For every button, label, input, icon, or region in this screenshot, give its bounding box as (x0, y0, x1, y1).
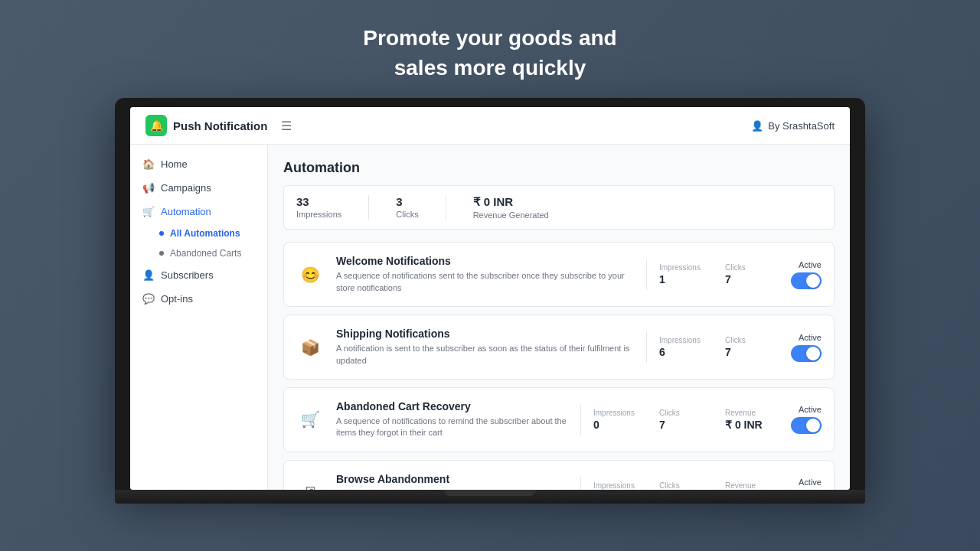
inactive-dot (159, 251, 164, 256)
welcome-active-label: Active (799, 260, 822, 269)
stat-impressions: 33 Impressions (296, 195, 341, 220)
subscribers-icon: 👤 (142, 269, 155, 281)
app-header: 🔔 Push Notification ☰ 👤 By SrashtaSoft (130, 107, 850, 145)
cart-impressions: Impressions 0 (593, 409, 647, 431)
welcome-active-area: Active (791, 260, 822, 289)
stat-divider-2 (446, 195, 446, 220)
cart-active-label: Active (799, 405, 822, 414)
revenue-value: ₹ 0 INR (473, 195, 549, 209)
stat-divider-1 (368, 195, 369, 220)
impressions-value: 33 (296, 195, 341, 208)
shipping-active-label: Active (799, 333, 822, 342)
sidebar-item-optins-label: Opt-ins (161, 293, 193, 305)
laptop-base (115, 490, 865, 504)
impressions-label: Impressions (296, 210, 341, 219)
optins-icon: 💬 (142, 293, 155, 305)
shipping-impressions: Impressions 6 (659, 336, 713, 358)
app-body: 🏠 Home 📢 Campaigns 🛒 Automation (130, 145, 850, 490)
shipping-toggle[interactable] (791, 345, 822, 362)
sidebar-item-subscribers[interactable]: 👤 Subscribers (130, 263, 267, 287)
sidebar-item-campaigns-label: Campaigns (161, 182, 211, 194)
sidebar-item-home-label: Home (161, 158, 188, 170)
revenue-label: Revenue Generated (473, 210, 549, 220)
card-welcome[interactable]: 😊 Welcome Notifications A sequence of no… (283, 242, 835, 307)
abandoned-carts-label: Abandoned Carts (170, 248, 241, 259)
shipping-icon: 📦 (296, 334, 324, 361)
app-logo-area: 🔔 Push Notification ☰ (145, 115, 292, 136)
header-right: 👤 By SrashtaSoft (751, 120, 835, 132)
page-headline: Promote your goods and sales more quickl… (363, 23, 616, 83)
card-divider-w1 (646, 259, 647, 290)
main-content: Automation 33 Impressions 3 Clicks (268, 145, 850, 490)
cart-revenue: Revenue ₹ 0 INR (725, 409, 779, 431)
sidebar-item-automation-label: Automation (161, 206, 211, 217)
card-divider-b1 (580, 477, 581, 490)
cart-title: Abandoned Cart Recovery (336, 400, 568, 412)
browse-revenue: Revenue ₹ 0 INR (725, 481, 779, 491)
browse-clicks: Clicks 7 (659, 481, 713, 491)
card-divider-s1 (646, 332, 647, 363)
welcome-toggle[interactable] (791, 272, 822, 289)
card-divider-c1 (580, 404, 581, 435)
shipping-active-area: Active (791, 333, 822, 362)
hamburger-icon[interactable]: ☰ (281, 119, 292, 133)
shipping-title: Shipping Notifications (336, 328, 634, 340)
all-automations-label: All Automations (170, 228, 240, 239)
browse-info: Browse Abandonment A sequence of notific… (336, 473, 568, 491)
card-shipping[interactable]: 📦 Shipping Notifications A notification … (283, 315, 835, 380)
automation-icon: 🛒 (142, 206, 155, 217)
sidebar-item-subscribers-label: Subscribers (161, 269, 214, 281)
browse-impressions: Impressions 0 (593, 481, 647, 491)
by-label: By SrashtaSoft (768, 120, 835, 132)
browse-title: Browse Abandonment (336, 473, 568, 485)
cart-desc: A sequence of notifications to remind th… (336, 416, 568, 439)
active-dot (159, 231, 164, 236)
welcome-clicks: Clicks 7 (725, 263, 779, 285)
sidebar-sub-item-all-automations[interactable]: All Automations (130, 223, 267, 243)
stat-clicks: 3 Clicks (396, 195, 418, 220)
shipping-info: Shipping Notifications A notification is… (336, 328, 634, 367)
laptop-bezel: 🔔 Push Notification ☰ 👤 By SrashtaSoft 🏠… (115, 98, 865, 490)
clicks-value: 3 (396, 195, 418, 208)
welcome-desc: A sequence of notifications sent to the … (336, 270, 634, 294)
shipping-clicks: Clicks 7 (725, 336, 779, 358)
home-icon: 🏠 (142, 158, 155, 170)
sidebar-item-automation[interactable]: 🛒 Automation (130, 200, 267, 223)
browse-icon: 🖥 (296, 478, 324, 490)
sidebar-item-optins[interactable]: 💬 Opt-ins (130, 287, 267, 311)
laptop-wrapper: 🔔 Push Notification ☰ 👤 By SrashtaSoft 🏠… (115, 98, 865, 504)
cart-info: Abandoned Cart Recovery A sequence of no… (336, 400, 568, 439)
cart-toggle[interactable] (791, 417, 822, 434)
sidebar-sub-items: All Automations Abandoned Carts (130, 223, 267, 263)
section-title: Automation (283, 160, 835, 176)
laptop-screen: 🔔 Push Notification ☰ 👤 By SrashtaSoft 🏠… (130, 107, 850, 490)
shipping-desc: A notification is sent to the subscriber… (336, 343, 634, 367)
welcome-impressions: Impressions 1 (659, 263, 713, 285)
stat-revenue: ₹ 0 INR Revenue Generated (473, 195, 549, 220)
sidebar-item-home[interactable]: 🏠 Home (130, 152, 267, 176)
welcome-info: Welcome Notifications A sequence of noti… (336, 255, 634, 294)
cart-clicks: Clicks 7 (659, 409, 713, 431)
card-abandoned-cart[interactable]: 🛒 Abandoned Cart Recovery A sequence of … (283, 387, 835, 452)
user-icon: 👤 (751, 120, 763, 132)
cart-icon: 🛒 (296, 406, 324, 433)
card-browse-abandonment[interactable]: 🖥 Browse Abandonment A sequence of notif… (283, 460, 835, 491)
welcome-title: Welcome Notifications (336, 255, 634, 267)
app-logo-title: Push Notification (173, 119, 267, 132)
cart-active-area: Active (791, 405, 822, 434)
sidebar-sub-item-abandoned-carts[interactable]: Abandoned Carts (130, 243, 267, 263)
browse-active-area: Active (791, 478, 822, 490)
app-logo-icon: 🔔 (145, 115, 167, 136)
sidebar-item-campaigns[interactable]: 📢 Campaigns (130, 176, 267, 200)
clicks-label: Clicks (396, 210, 418, 219)
campaigns-icon: 📢 (142, 182, 155, 194)
welcome-icon: 😊 (296, 261, 324, 289)
browse-active-label: Active (799, 478, 822, 487)
sidebar: 🏠 Home 📢 Campaigns 🛒 Automation (130, 145, 268, 490)
stats-bar: 33 Impressions 3 Clicks ₹ 0 INR Revenue … (283, 185, 835, 230)
